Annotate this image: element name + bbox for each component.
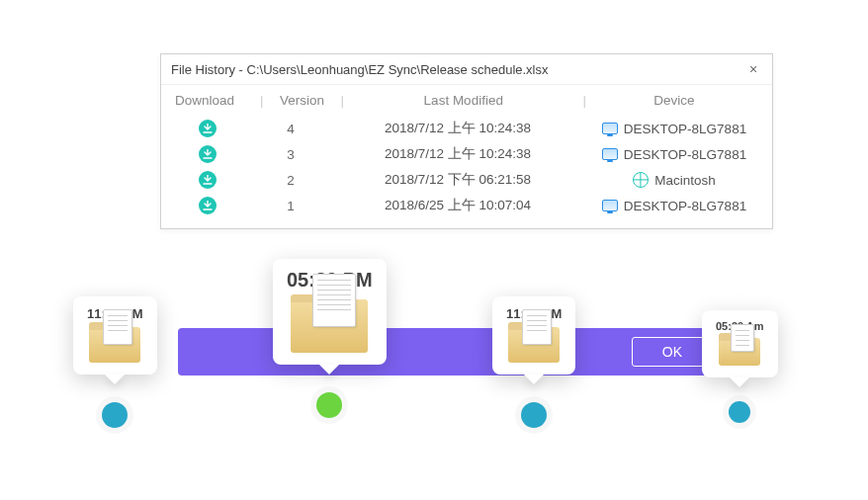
folder-icon: [719, 338, 760, 366]
header-separator: |: [256, 93, 268, 108]
cell-version: 3: [256, 147, 325, 162]
folder-icon: [508, 327, 560, 363]
download-icon[interactable]: [199, 171, 217, 189]
header-version: Version: [268, 93, 337, 108]
cell-modified: 2018/6/25 上午 10:07:04: [325, 197, 590, 214]
document-icon: [103, 309, 132, 345]
table-row: 3 2018/7/12 上午 10:24:38 DESKTOP-8LG7881: [175, 141, 758, 167]
cell-device: Macintosh: [590, 172, 758, 188]
table-row: 1 2018/6/25 上午 10:07:04 DESKTOP-8LG7881: [175, 193, 758, 218]
timeline-marker: 05:30 PM: [273, 259, 387, 418]
cell-modified: 2018/7/12 上午 10:24:38: [325, 145, 590, 163]
globe-icon: [633, 172, 649, 188]
version-card[interactable]: 11:30 AM: [73, 296, 157, 375]
monitor-icon: [602, 148, 618, 160]
table-row: 2 2018/7/12 下午 06:21:58 Macintosh: [175, 167, 758, 193]
timeline-dot[interactable]: [729, 401, 750, 423]
table-row: 4 2018/7/12 上午 10:24:38 DESKTOP-8LG7881: [175, 116, 758, 141]
ok-button[interactable]: OK: [632, 337, 713, 367]
timeline-marker: 05:30 Am: [702, 310, 778, 423]
cell-device: DESKTOP-8LG7881: [590, 122, 758, 136]
download-icon[interactable]: [199, 120, 217, 137]
timeline-dot-active[interactable]: [316, 392, 342, 418]
folder-icon: [291, 299, 368, 353]
version-card[interactable]: 05:30 PM: [273, 259, 387, 365]
table-body: 4 2018/7/12 上午 10:24:38 DESKTOP-8LG7881 …: [161, 114, 772, 228]
cell-version: 4: [256, 122, 325, 136]
cell-version: 2: [256, 173, 325, 188]
monitor-icon: [602, 123, 618, 134]
header-last-modified: Last Modified: [348, 93, 578, 108]
header-separator: |: [578, 93, 590, 108]
monitor-icon: [602, 200, 618, 211]
version-card[interactable]: 11:30 PM: [492, 296, 575, 375]
document-icon: [522, 309, 552, 345]
cell-device: DESKTOP-8LG7881: [590, 199, 758, 213]
header-device: Device: [590, 93, 758, 108]
timeline-marker: 11:30 PM: [492, 296, 575, 428]
cell-device: DESKTOP-8LG7881: [590, 147, 758, 162]
header-download: Download: [175, 93, 256, 108]
download-icon[interactable]: [199, 145, 217, 163]
close-icon[interactable]: ×: [744, 60, 762, 78]
action-ribbon: OK: [178, 328, 746, 375]
document-icon: [731, 324, 754, 352]
file-history-dialog: File History - C:\Users\Leonhuang\EZ Syn…: [160, 53, 773, 229]
titlebar: File History - C:\Users\Leonhuang\EZ Syn…: [161, 54, 772, 85]
header-separator: |: [337, 93, 349, 108]
cell-modified: 2018/7/12 下午 06:21:58: [325, 171, 590, 189]
cell-version: 1: [256, 199, 325, 213]
timeline-dot[interactable]: [102, 402, 128, 428]
document-icon: [312, 274, 356, 327]
cell-modified: 2018/7/12 上午 10:24:38: [325, 120, 590, 137]
timeline-dot[interactable]: [521, 402, 547, 428]
timeline-marker: 11:30 AM: [73, 296, 157, 428]
version-card[interactable]: 05:30 Am: [702, 310, 778, 377]
table-headers: Download | Version | Last Modified | Dev…: [161, 85, 772, 114]
folder-icon: [89, 327, 140, 363]
download-icon[interactable]: [199, 197, 217, 214]
window-title: File History - C:\Users\Leonhuang\EZ Syn…: [171, 62, 744, 77]
